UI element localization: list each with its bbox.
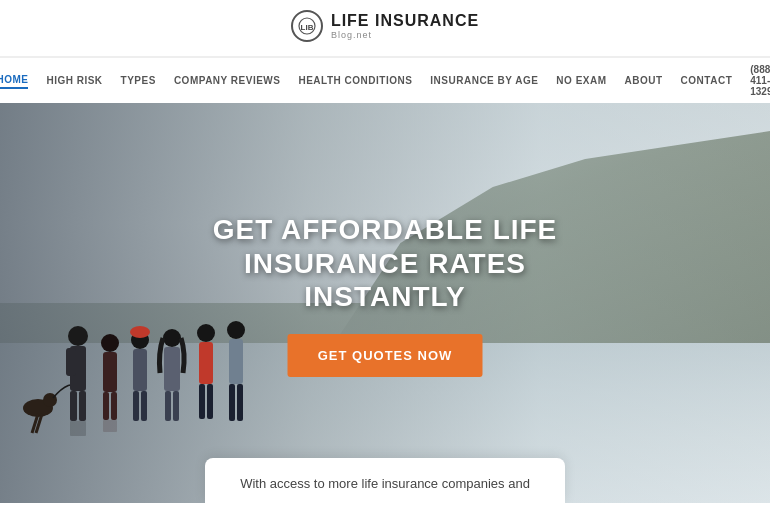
- nav-item-health-conditions[interactable]: HEALTH CONDITIONS: [298, 73, 412, 88]
- bottom-card: With access to more life insurance compa…: [205, 458, 565, 504]
- main-nav: HOME HIGH RISK TYPES COMPANY REVIEWS HEA…: [0, 57, 770, 103]
- svg-rect-10: [66, 348, 76, 376]
- nav-item-about[interactable]: ABOUT: [625, 73, 663, 88]
- nav-item-high-risk[interactable]: HIGH RISK: [46, 73, 102, 88]
- svg-rect-17: [133, 349, 147, 391]
- svg-rect-22: [165, 391, 171, 421]
- svg-rect-23: [173, 391, 179, 421]
- logo-text: Life Insurance Blog.net: [331, 12, 479, 40]
- hero-title: GET AFFORDABLE LIFE INSURANCE RATES INST…: [193, 213, 578, 314]
- nav-item-contact[interactable]: CONTACT: [681, 73, 733, 88]
- svg-rect-14: [111, 392, 117, 420]
- hero-section: GET AFFORDABLE LIFE INSURANCE RATES INST…: [0, 103, 770, 503]
- svg-rect-8: [70, 391, 77, 421]
- nav-phone[interactable]: (888) 411-1329: [750, 64, 770, 97]
- svg-point-6: [68, 326, 88, 346]
- svg-rect-27: [207, 384, 213, 419]
- svg-point-20: [163, 329, 181, 347]
- logo-icon: LIB: [291, 10, 323, 42]
- logo-subtitle: Blog.net: [331, 30, 479, 40]
- svg-rect-13: [103, 392, 109, 420]
- svg-rect-30: [229, 384, 235, 421]
- svg-rect-19: [141, 391, 147, 421]
- svg-rect-26: [199, 384, 205, 419]
- svg-point-11: [101, 334, 119, 352]
- svg-rect-21: [164, 347, 180, 391]
- svg-rect-33: [103, 420, 117, 432]
- svg-rect-18: [133, 391, 139, 421]
- svg-rect-9: [79, 391, 86, 421]
- svg-point-16: [130, 326, 150, 338]
- nav-item-no-exam[interactable]: NO EXAM: [556, 73, 606, 88]
- nav-item-company-reviews[interactable]: COMPANY REVIEWS: [174, 73, 281, 88]
- get-quotes-button[interactable]: GET QUOTES NOW: [288, 334, 483, 377]
- nav-item-insurance-by-age[interactable]: INSURANCE BY AGE: [430, 73, 538, 88]
- nav-item-home[interactable]: HOME: [0, 72, 28, 89]
- logo-title: Life Insurance: [331, 12, 479, 30]
- site-header: LIB Life Insurance Blog.net: [0, 0, 770, 57]
- svg-rect-32: [70, 421, 86, 436]
- svg-rect-12: [103, 352, 117, 392]
- nav-item-types[interactable]: TYPES: [121, 73, 156, 88]
- svg-text:LIB: LIB: [300, 23, 313, 32]
- logo[interactable]: LIB Life Insurance Blog.net: [0, 10, 770, 42]
- hero-content: GET AFFORDABLE LIFE INSURANCE RATES INST…: [193, 213, 578, 377]
- svg-rect-31: [237, 384, 243, 421]
- bottom-card-text: With access to more life insurance compa…: [225, 474, 545, 494]
